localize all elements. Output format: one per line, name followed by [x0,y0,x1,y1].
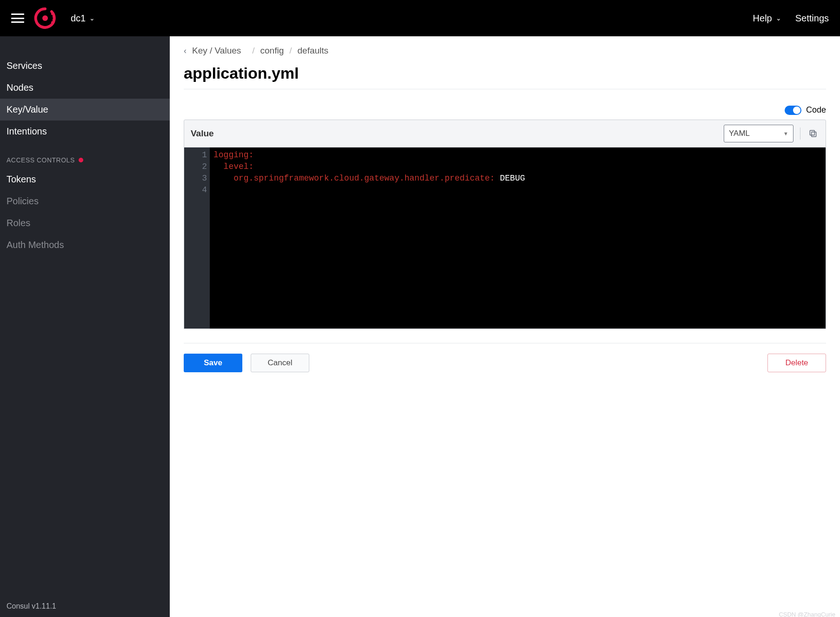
editor-panel: Value YAML ▼ 1234 logging: level: org.sp… [184,120,826,329]
watermark: CSDN @ZhangCurie [779,611,835,617]
topbar: dc1 ⌄ Help ⌄ Settings [0,0,840,36]
svg-rect-6 [810,130,814,135]
access-controls-header: ACCESS CONTROLS [0,142,170,168]
svg-point-2 [53,16,54,18]
sidebar-item-services[interactable]: Services [0,55,170,77]
back-icon[interactable]: ‹ [184,46,187,56]
language-label: YAML [729,129,750,138]
main-content: ‹ Key / Values /config/defaults applicat… [170,36,840,617]
breadcrumb-segment: defaults [298,46,329,55]
svg-point-4 [51,21,53,23]
divider [800,127,800,140]
line-gutter: 1234 [184,148,210,329]
sidebar-item-policies[interactable]: Policies [0,190,170,212]
svg-point-0 [42,15,48,21]
breadcrumb-separator: / [289,46,292,55]
help-label: Help [753,13,772,24]
sidebar-footer: Consul v1.11.1 [0,596,170,617]
cancel-button[interactable]: Cancel [251,354,309,372]
code-area[interactable]: logging: level: org.springframework.clou… [210,148,826,329]
status-dot-icon [79,158,83,162]
save-button[interactable]: Save [184,354,242,372]
code-toggle[interactable] [785,106,801,115]
language-select[interactable]: YAML ▼ [724,125,793,142]
sidebar-item-auth-methods[interactable]: Auth Methods [0,234,170,256]
menu-icon[interactable] [11,13,24,23]
delete-button[interactable]: Delete [767,354,826,372]
settings-link[interactable]: Settings [795,13,829,24]
datacenter-label: dc1 [71,13,86,24]
page-title: application.yml [184,64,826,89]
consul-logo [33,7,57,30]
code-toggle-label: Code [806,105,826,115]
sidebar: ServicesNodesKey/ValueIntentions ACCESS … [0,36,170,617]
svg-point-1 [51,13,53,15]
code-toggle-row: Code [184,105,826,115]
help-menu[interactable]: Help ⌄ [753,13,781,24]
sidebar-item-roles[interactable]: Roles [0,212,170,234]
settings-label: Settings [795,13,829,24]
svg-point-3 [53,19,54,20]
code-editor[interactable]: 1234 logging: level: org.springframework… [184,148,826,329]
sidebar-item-nodes[interactable]: Nodes [0,77,170,99]
breadcrumb: ‹ Key / Values /config/defaults [184,46,826,56]
breadcrumb-root[interactable]: Key / Values [192,46,241,56]
chevron-down-icon: ⌄ [776,14,781,22]
editor-title: Value [191,128,214,139]
horizontal-divider [184,343,826,343]
sidebar-item-key-value[interactable]: Key/Value [0,99,170,121]
button-row: Save Cancel Delete [184,354,826,372]
copy-icon[interactable] [807,127,819,140]
chevron-down-icon: ▼ [783,131,788,136]
datacenter-select[interactable]: dc1 ⌄ [71,13,95,24]
chevron-down-icon: ⌄ [89,14,95,22]
svg-rect-5 [812,132,816,137]
editor-header: Value YAML ▼ [184,120,826,148]
sidebar-item-intentions[interactable]: Intentions [0,121,170,142]
breadcrumb-segment[interactable]: config [260,46,284,55]
access-controls-label: ACCESS CONTROLS [7,156,75,164]
sidebar-item-tokens[interactable]: Tokens [0,168,170,190]
breadcrumb-separator: / [252,46,254,55]
